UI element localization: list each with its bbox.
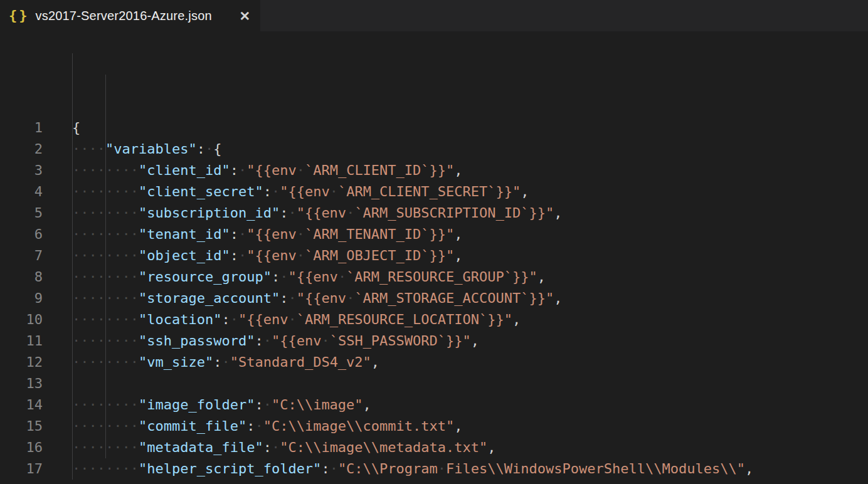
code-line[interactable]: 1{ xyxy=(0,117,868,139)
code-line[interactable]: 16········"metadata_file":·"C:\\image\\m… xyxy=(0,437,868,458)
code-token: : xyxy=(263,184,272,199)
code-token: : xyxy=(280,205,288,221)
line-number[interactable]: 15 xyxy=(0,416,72,437)
whitespace-dots: · xyxy=(288,205,296,221)
code-editor[interactable]: 1{2····"variables":·{3········"client_id… xyxy=(0,31,868,484)
whitespace-dots: · xyxy=(238,226,246,242)
code-line[interactable]: 10········"location":·"{{env·`ARM_RESOUR… xyxy=(0,309,868,330)
code-token: : xyxy=(263,439,272,455)
code-line[interactable]: 8········"resource_group":·"{{env·`ARM_R… xyxy=(0,266,868,288)
whitespace-dots: · xyxy=(280,269,288,285)
line-number[interactable]: 16 xyxy=(0,437,72,458)
code-token: "Standard_DS4_v2" xyxy=(230,354,371,370)
code-token: "{{env·`ARM_STORAGE_ACCOUNT`}}" xyxy=(297,290,554,306)
whitespace-dots: · xyxy=(238,162,246,178)
code-line-content[interactable]: { xyxy=(72,117,80,139)
code-line[interactable]: 2····"variables":·{ xyxy=(0,139,868,160)
code-line-content[interactable]: ········"resource_group":·"{{env·`ARM_RE… xyxy=(72,266,546,288)
code-line-content[interactable]: ········"commit_file":·"C:\\image\\commi… xyxy=(72,416,463,437)
code-line-content[interactable]: ········"client_secret":·"{{env·`ARM_CLI… xyxy=(72,181,529,203)
code-token: "{{env·`ARM_CLIENT_SECRET`}}" xyxy=(280,184,521,199)
line-number[interactable]: 3 xyxy=(0,160,72,181)
code-line[interactable]: 17········"helper_script_folder":·"C:\\P… xyxy=(0,458,868,480)
line-number[interactable]: 8 xyxy=(0,266,72,288)
code-line-content[interactable]: ········"location":·"{{env·`ARM_RESOURCE… xyxy=(72,309,521,330)
code-token: ········ xyxy=(72,397,139,413)
line-number[interactable]: 4 xyxy=(0,181,72,203)
whitespace-dots: · xyxy=(297,226,305,242)
whitespace-dots: · xyxy=(297,248,305,263)
line-number[interactable]: 6 xyxy=(0,224,72,245)
code-line-content[interactable]: ········"image_folder":·"C:\\image", xyxy=(72,394,371,416)
code-token: "storage_account" xyxy=(139,290,280,306)
whitespace-dots: · xyxy=(263,333,272,349)
code-line[interactable]: 7········"object_id":·"{{env·`ARM_OBJECT… xyxy=(0,245,868,266)
line-number[interactable]: 10 xyxy=(0,309,72,330)
tab-filename: vs2017-Server2016-Azure.json xyxy=(36,9,212,23)
code-token: "image_folder" xyxy=(139,397,255,413)
code-line-content[interactable]: ········"metadata_file":·"C:\\image\\met… xyxy=(72,437,496,458)
code-line-content[interactable]: ········"tenant_id":·"{{env·`ARM_TENANT_… xyxy=(72,224,463,245)
code-token: , xyxy=(371,354,379,370)
code-token: "{{env·`ARM_OBJECT_ID`}}" xyxy=(246,248,454,263)
code-line-content[interactable]: ········"ssh_password":·"{{env·`SSH_PASS… xyxy=(72,330,479,352)
tab-vs2017-server2016-azure[interactable]: {} vs2017-Server2016-Azure.json ✕ xyxy=(0,0,260,31)
line-number[interactable]: 5 xyxy=(0,203,72,224)
code-token: · xyxy=(272,184,280,199)
code-token: { xyxy=(213,141,221,157)
code-line-content[interactable]: ········"client_id":·"{{env·`ARM_CLIENT_… xyxy=(72,160,463,181)
code-line[interactable]: 6········"tenant_id":·"{{env·`ARM_TENANT… xyxy=(0,224,868,245)
line-number[interactable]: 7 xyxy=(0,245,72,266)
code-line[interactable]: 15········"commit_file":·"C:\\image\\com… xyxy=(0,416,868,437)
code-token: "ssh_password" xyxy=(139,333,255,349)
code-line[interactable]: 18········"commit_id":·"LATEST", xyxy=(0,480,868,484)
line-number[interactable]: 11 xyxy=(0,330,72,352)
code-token: · xyxy=(263,397,272,413)
whitespace-dots: ········ xyxy=(72,312,139,327)
code-token: , xyxy=(454,248,462,263)
line-number[interactable]: 18 xyxy=(0,480,72,484)
code-token: "helper_script_folder" xyxy=(139,461,321,476)
code-token: · xyxy=(238,162,246,178)
code-line-content[interactable]: ········"helper_script_folder":·"C:\\Pro… xyxy=(72,458,753,480)
code-line-content[interactable]: ····"variables":·{ xyxy=(72,139,221,160)
code-line[interactable]: 5········"subscription_id":·"{{env·`ARM_… xyxy=(0,203,868,224)
line-number[interactable]: 13 xyxy=(0,373,72,394)
line-number[interactable]: 14 xyxy=(0,394,72,416)
code-line[interactable]: 4········"client_secret":·"{{env·`ARM_CL… xyxy=(0,181,868,203)
code-line[interactable]: 13 xyxy=(0,373,868,394)
code-token: "metadata_file" xyxy=(139,439,263,455)
code-token: , xyxy=(554,290,562,306)
code-line[interactable]: 12········"vm_size":·"Standard_DS4_v2", xyxy=(0,352,868,373)
whitespace-dots: ········ xyxy=(72,461,139,476)
whitespace-dots: · xyxy=(297,162,305,178)
code-token: · xyxy=(280,269,288,285)
code-line-content[interactable]: ········"vm_size":·"Standard_DS4_v2", xyxy=(72,352,379,373)
code-token: , xyxy=(454,226,462,242)
code-line[interactable]: 11········"ssh_password":·"{{env·`SSH_PA… xyxy=(0,330,868,352)
code-token: · xyxy=(230,312,238,327)
code-line-content[interactable]: ········"subscription_id":·"{{env·`ARM_S… xyxy=(72,203,563,224)
code-line-content[interactable]: ········"object_id":·"{{env·`ARM_OBJECT_… xyxy=(72,245,463,266)
code-line[interactable]: 14········"image_folder":·"C:\\image", xyxy=(0,394,868,416)
code-line[interactable]: 3········"client_id":·"{{env·`ARM_CLIENT… xyxy=(0,160,868,181)
line-number[interactable]: 2 xyxy=(0,139,72,160)
code-token: · xyxy=(263,333,272,349)
code-token: , xyxy=(512,312,521,327)
code-token: : xyxy=(197,141,205,157)
code-token: ········ xyxy=(72,269,139,285)
code-token: "object_id" xyxy=(139,248,230,263)
line-number[interactable]: 9 xyxy=(0,288,72,309)
code-token: , xyxy=(454,418,462,434)
line-number[interactable]: 1 xyxy=(0,117,72,139)
code-token: ········ xyxy=(72,205,139,221)
line-number[interactable]: 17 xyxy=(0,458,72,480)
code-line-content[interactable]: ········"storage_account":·"{{env·`ARM_S… xyxy=(72,288,563,309)
code-line-content[interactable]: ········"commit_id":·"LATEST", xyxy=(72,480,321,484)
code-token: ········ xyxy=(72,248,139,263)
code-token: , xyxy=(745,461,753,476)
tab-close-icon[interactable]: ✕ xyxy=(239,9,250,23)
line-number[interactable]: 12 xyxy=(0,352,72,373)
code-line[interactable]: 9········"storage_account":·"{{env·`ARM_… xyxy=(0,288,868,309)
whitespace-dots: · xyxy=(205,141,213,157)
